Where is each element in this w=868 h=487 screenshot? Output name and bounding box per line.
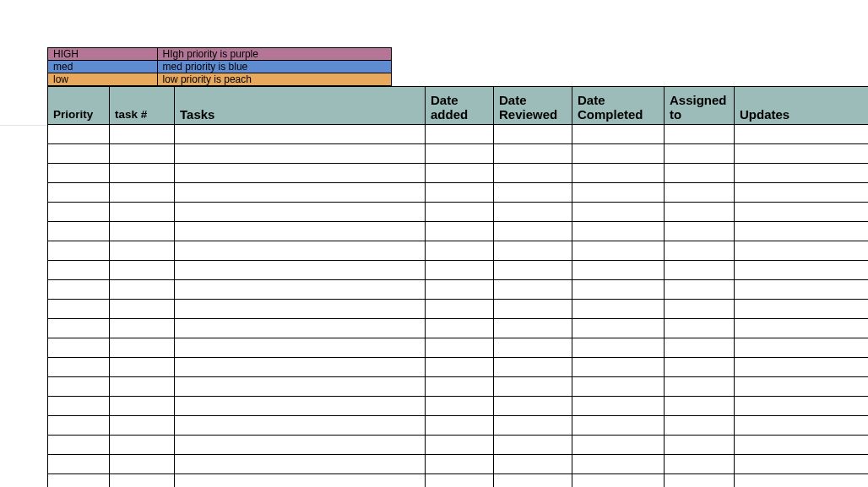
cell[interactable] — [665, 416, 735, 436]
cell[interactable] — [48, 436, 110, 455]
cell[interactable] — [426, 436, 494, 455]
cell[interactable] — [735, 183, 869, 203]
cell[interactable] — [494, 436, 572, 455]
cell[interactable] — [494, 125, 572, 144]
cell[interactable] — [426, 241, 494, 261]
cell[interactable] — [110, 377, 175, 397]
cell[interactable] — [110, 280, 175, 300]
cell[interactable] — [48, 261, 110, 280]
cell[interactable] — [494, 164, 572, 183]
cell[interactable] — [572, 280, 665, 300]
cell[interactable] — [665, 222, 735, 241]
cell[interactable] — [110, 222, 175, 241]
cell[interactable] — [48, 416, 110, 436]
cell[interactable] — [48, 183, 110, 203]
cell[interactable] — [110, 397, 175, 416]
cell[interactable] — [494, 416, 572, 436]
cell[interactable] — [426, 280, 494, 300]
cell[interactable] — [572, 144, 665, 164]
cell[interactable] — [735, 203, 869, 222]
cell[interactable] — [175, 319, 426, 338]
cell[interactable] — [665, 358, 735, 377]
cell[interactable] — [426, 203, 494, 222]
cell[interactable] — [665, 377, 735, 397]
cell[interactable] — [110, 164, 175, 183]
cell[interactable] — [175, 397, 426, 416]
cell[interactable] — [110, 358, 175, 377]
cell[interactable] — [572, 241, 665, 261]
cell[interactable] — [735, 358, 869, 377]
cell[interactable] — [175, 183, 426, 203]
cell[interactable] — [494, 300, 572, 319]
cell[interactable] — [572, 300, 665, 319]
cell[interactable] — [735, 416, 869, 436]
cell[interactable] — [572, 203, 665, 222]
cell[interactable] — [175, 164, 426, 183]
cell[interactable] — [572, 319, 665, 338]
cell[interactable] — [665, 455, 735, 474]
cell[interactable] — [426, 300, 494, 319]
cell[interactable] — [572, 416, 665, 436]
cell[interactable] — [110, 416, 175, 436]
cell[interactable] — [572, 164, 665, 183]
cell[interactable] — [175, 203, 426, 222]
cell[interactable] — [110, 338, 175, 358]
cell[interactable] — [494, 183, 572, 203]
cell[interactable] — [665, 261, 735, 280]
cell[interactable] — [110, 455, 175, 474]
cell[interactable] — [426, 358, 494, 377]
cell[interactable] — [175, 222, 426, 241]
cell[interactable] — [110, 203, 175, 222]
cell[interactable] — [48, 455, 110, 474]
cell[interactable] — [665, 319, 735, 338]
cell[interactable] — [426, 338, 494, 358]
cell[interactable] — [426, 377, 494, 397]
cell[interactable] — [48, 241, 110, 261]
cell[interactable] — [175, 377, 426, 397]
cell[interactable] — [110, 300, 175, 319]
cell[interactable] — [735, 241, 869, 261]
cell[interactable] — [426, 125, 494, 144]
cell[interactable] — [175, 474, 426, 488]
cell[interactable] — [735, 164, 869, 183]
cell[interactable] — [175, 241, 426, 261]
cell[interactable] — [426, 397, 494, 416]
cell[interactable] — [175, 358, 426, 377]
cell[interactable] — [665, 144, 735, 164]
cell[interactable] — [494, 455, 572, 474]
cell[interactable] — [735, 125, 869, 144]
cell[interactable] — [572, 397, 665, 416]
cell[interactable] — [426, 183, 494, 203]
cell[interactable] — [48, 222, 110, 241]
cell[interactable] — [426, 455, 494, 474]
cell[interactable] — [110, 241, 175, 261]
cell[interactable] — [735, 300, 869, 319]
cell[interactable] — [665, 241, 735, 261]
cell[interactable] — [175, 125, 426, 144]
cell[interactable] — [735, 144, 869, 164]
cell[interactable] — [426, 416, 494, 436]
cell[interactable] — [665, 397, 735, 416]
cell[interactable] — [48, 144, 110, 164]
cell[interactable] — [494, 377, 572, 397]
cell[interactable] — [665, 338, 735, 358]
cell[interactable] — [48, 358, 110, 377]
cell[interactable] — [665, 474, 735, 488]
cell[interactable] — [48, 377, 110, 397]
cell[interactable] — [48, 300, 110, 319]
cell[interactable] — [572, 261, 665, 280]
cell[interactable] — [48, 203, 110, 222]
cell[interactable] — [572, 222, 665, 241]
cell[interactable] — [572, 455, 665, 474]
cell[interactable] — [175, 338, 426, 358]
cell[interactable] — [48, 164, 110, 183]
cell[interactable] — [175, 300, 426, 319]
cell[interactable] — [426, 164, 494, 183]
cell[interactable] — [665, 280, 735, 300]
cell[interactable] — [426, 319, 494, 338]
cell[interactable] — [175, 455, 426, 474]
cell[interactable] — [175, 436, 426, 455]
cell[interactable] — [665, 125, 735, 144]
cell[interactable] — [175, 144, 426, 164]
cell[interactable] — [175, 261, 426, 280]
